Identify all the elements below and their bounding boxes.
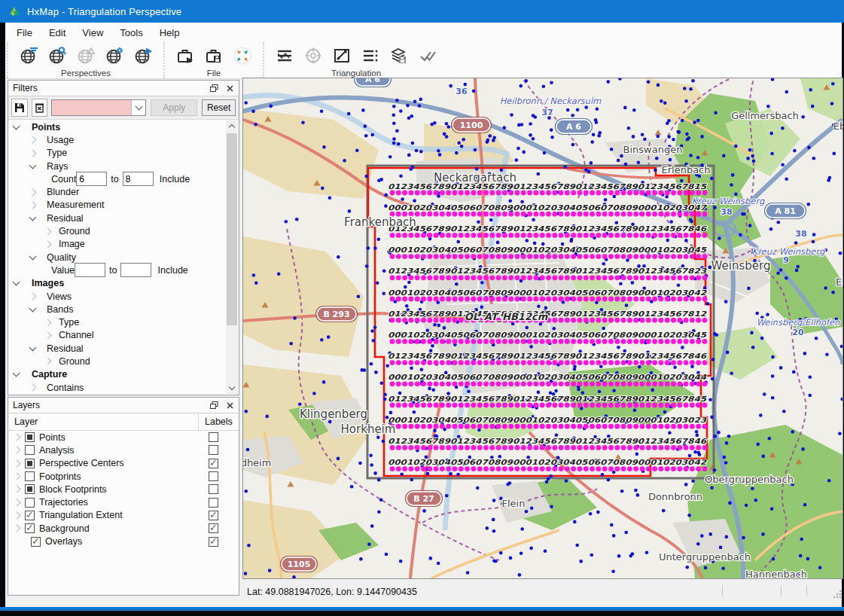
delete-filter-button[interactable] xyxy=(32,99,48,117)
chevron-down-icon[interactable] xyxy=(29,213,37,221)
layers-match-icon[interactable] xyxy=(270,44,299,68)
layer-visibility-checkbox[interactable] xyxy=(25,445,35,455)
scrollbar-thumb[interactable] xyxy=(227,133,237,325)
filter-combobox[interactable] xyxy=(51,99,146,116)
tree-item-measurement[interactable]: Measurement xyxy=(9,199,226,212)
tree-item-quality[interactable]: Quality xyxy=(9,251,226,264)
globe-play-icon[interactable] xyxy=(129,44,157,68)
apply-button[interactable]: Apply xyxy=(151,99,197,116)
chevron-down-icon[interactable] xyxy=(13,122,20,130)
tree-item-images[interactable]: Images xyxy=(9,277,226,290)
range-to-input[interactable] xyxy=(120,263,151,277)
expander-icon[interactable] xyxy=(14,473,21,480)
chevron-right-icon[interactable] xyxy=(29,188,37,196)
tree-item-ground[interactable]: Ground xyxy=(9,355,226,367)
scroll-down-icon[interactable] xyxy=(226,383,238,394)
tree-item-ground[interactable]: Ground xyxy=(9,224,226,237)
map-view[interactable]: 0123456789012345678901234567890123456789… xyxy=(242,78,843,579)
layer-labels-checkbox[interactable] xyxy=(209,432,218,442)
sync-circle-icon[interactable] xyxy=(228,44,257,68)
filter-range-row[interactable]: CounttoInclude xyxy=(9,172,226,185)
case-run-icon[interactable] xyxy=(171,44,200,68)
expander-icon[interactable] xyxy=(14,486,21,493)
chevron-down-icon[interactable] xyxy=(13,279,20,286)
globe-measure-icon[interactable] xyxy=(72,44,100,68)
scroll-up-icon[interactable] xyxy=(226,120,238,132)
layer-row-block-footprints[interactable]: Block Footprints xyxy=(8,483,239,496)
tree-item-residual[interactable]: Residual xyxy=(9,342,226,355)
tree-item-residual[interactable]: Residual xyxy=(9,212,226,224)
filters-scrollbar[interactable] xyxy=(226,120,238,394)
float-panel-icon[interactable] xyxy=(207,399,221,411)
title-bar[interactable]: HxMap - Triangulation Perspective xyxy=(0,0,844,23)
chevron-down-icon[interactable] xyxy=(29,252,37,260)
chevron-down-icon[interactable] xyxy=(29,304,37,312)
stack-save-icon[interactable] xyxy=(385,44,413,68)
menu-item-tools[interactable]: Tools xyxy=(111,24,151,41)
expander-icon[interactable] xyxy=(14,459,21,467)
layer-visibility-checkbox[interactable] xyxy=(25,523,35,533)
chevron-down-icon[interactable] xyxy=(29,343,37,351)
tree-item-contains[interactable]: Contains xyxy=(9,381,226,394)
layer-labels-checkbox[interactable] xyxy=(209,511,218,520)
tree-item-channel[interactable]: Channel xyxy=(9,329,226,342)
layer-labels-checkbox[interactable] xyxy=(209,484,218,494)
menu-item-file[interactable]: File xyxy=(8,24,41,41)
tree-item-rays[interactable]: Rays xyxy=(9,160,226,172)
expander-icon[interactable] xyxy=(14,511,21,519)
layer-row-footprints[interactable]: Footprints xyxy=(8,470,239,483)
chevron-right-icon[interactable] xyxy=(44,319,52,326)
layer-labels-checkbox[interactable] xyxy=(209,445,218,455)
chevron-down-icon[interactable] xyxy=(13,370,20,377)
case-save-icon[interactable] xyxy=(200,44,228,68)
expander-icon[interactable] xyxy=(14,434,21,441)
layer-row-triangulation-extent[interactable]: Triangulation Extent xyxy=(8,509,239,522)
resize-grip[interactable] xyxy=(832,589,841,598)
layer-row-overlays[interactable]: Overlays xyxy=(8,535,239,547)
close-panel-icon[interactable] xyxy=(223,399,236,411)
chevron-right-icon[interactable] xyxy=(29,384,37,392)
float-panel-icon[interactable] xyxy=(207,82,221,94)
close-panel-icon[interactable] xyxy=(223,82,236,94)
filter-range-row[interactable]: ValuetoInclude xyxy=(9,264,226,276)
layer-labels-checkbox[interactable] xyxy=(209,471,218,481)
layer-row-trajectories[interactable]: Trajectories xyxy=(8,496,239,508)
chevron-right-icon[interactable] xyxy=(44,331,52,339)
layer-visibility-checkbox[interactable] xyxy=(25,471,35,481)
layer-labels-checkbox[interactable] xyxy=(209,459,218,468)
layer-labels-checkbox[interactable] xyxy=(209,523,218,533)
globe-filter-icon[interactable] xyxy=(14,44,43,68)
chevron-right-icon[interactable] xyxy=(44,358,52,365)
tree-item-bands[interactable]: Bands xyxy=(9,303,226,316)
tree-item-points[interactable]: Points xyxy=(9,120,226,133)
chevron-right-icon[interactable] xyxy=(29,201,37,209)
crosshair-icon[interactable] xyxy=(299,44,328,68)
layer-visibility-checkbox[interactable] xyxy=(25,498,35,508)
range-from-input[interactable] xyxy=(76,172,107,186)
tree-item-usage[interactable]: Usage xyxy=(9,133,226,146)
layer-visibility-checkbox[interactable] xyxy=(25,484,35,494)
chevron-down-icon[interactable] xyxy=(29,161,37,169)
save-filter-button[interactable] xyxy=(11,99,28,117)
layer-labels-checkbox[interactable] xyxy=(209,537,218,547)
double-check-icon[interactable] xyxy=(413,44,442,68)
layer-visibility-checkbox[interactable] xyxy=(25,432,35,442)
chevron-right-icon[interactable] xyxy=(44,240,52,248)
layer-visibility-checkbox[interactable] xyxy=(31,537,41,547)
tree-item-image[interactable]: Image xyxy=(9,238,226,251)
edit-plot-icon[interactable] xyxy=(328,44,356,68)
map-canvas[interactable]: 0123456789012345678901234567890123456789… xyxy=(243,78,842,578)
layer-visibility-checkbox[interactable] xyxy=(25,459,35,468)
tree-item-views[interactable]: Views xyxy=(9,290,226,303)
tree-item-type[interactable]: Type xyxy=(9,147,226,160)
chevron-right-icon[interactable] xyxy=(29,293,37,300)
layer-labels-checkbox[interactable] xyxy=(209,498,218,508)
range-from-input[interactable] xyxy=(75,263,105,277)
globe-gear-icon[interactable] xyxy=(100,44,129,68)
chevron-right-icon[interactable] xyxy=(29,136,37,144)
menu-item-edit[interactable]: Edit xyxy=(41,24,74,41)
layer-row-points[interactable]: Points xyxy=(8,431,239,444)
menu-item-help[interactable]: Help xyxy=(151,24,188,41)
expander-icon[interactable] xyxy=(14,525,21,532)
combobox-dropdown-icon[interactable] xyxy=(131,100,145,115)
